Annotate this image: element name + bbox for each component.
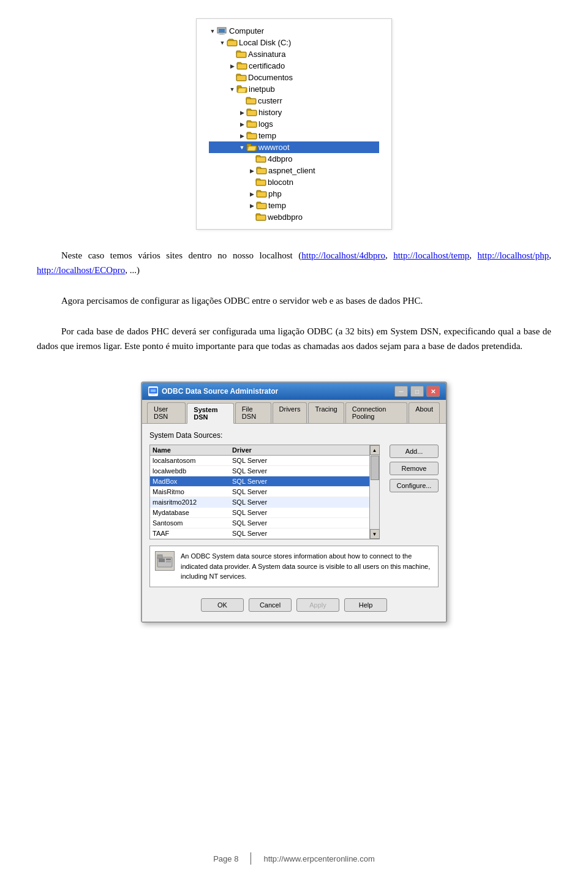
tree-label: custerr (258, 96, 282, 105)
scroll-down-button[interactable]: ▼ (370, 529, 380, 539)
folder-icon (255, 178, 265, 186)
tab-system-dsn[interactable]: System DSN (187, 403, 234, 424)
tree-item-assinatura[interactable]: Assinatura (209, 48, 379, 60)
tree-item-4dbpro[interactable]: 4dbpro (209, 153, 379, 165)
svg-rect-58 (166, 562, 171, 562)
table-row[interactable]: TAAF SQL Server (150, 528, 369, 539)
ok-button[interactable]: OK (201, 598, 244, 612)
paragraph1-comma1: , (385, 250, 393, 260)
tree-item-custerr[interactable]: custerr (209, 95, 379, 107)
page-container: ▼ Computer ▼ Local Disk (C:) (0, 0, 588, 883)
tree-label: temp (268, 201, 286, 210)
svg-rect-6 (228, 41, 236, 45)
tab-tracing[interactable]: Tracing (308, 402, 344, 423)
odbc-table-wrapper: Name Driver localsantosom SQL Server loc… (149, 445, 380, 539)
minimize-button[interactable]: ─ (394, 386, 408, 397)
row-driver: SQL Server (232, 467, 367, 475)
odbc-wrapper: ODBC Data Source Administrator ─ □ ✕ Use… (37, 381, 551, 623)
tree-label: logs (258, 119, 273, 129)
tree-item-temp2[interactable]: ▶ temp (209, 200, 379, 211)
scroll-track (370, 455, 379, 529)
tree-item-blocotn[interactable]: blocotn (209, 176, 379, 188)
table-row[interactable]: maisritmo2012 SQL Server (150, 497, 369, 508)
tree-item-certificado[interactable]: ▶ certificado (209, 60, 379, 72)
table-row[interactable]: MadBox SQL Server (150, 476, 369, 487)
odbc-titlebar: ODBC Data Source Administrator ─ □ ✕ (142, 383, 446, 400)
tree-item-wwwroot[interactable]: ▼ wwwroot (209, 141, 379, 153)
svg-rect-54 (151, 393, 155, 394)
tree-label: webdbpro (268, 212, 303, 222)
tree-item-documentos[interactable]: Documentos (209, 72, 379, 83)
expand-down-icon: ▼ (219, 39, 226, 47)
table-row[interactable]: localsantosom SQL Server (150, 456, 369, 466)
maximize-button[interactable]: □ (410, 386, 424, 397)
link-php[interactable]: http://localhost/php (478, 250, 549, 260)
expand-right-icon: ▶ (238, 132, 246, 140)
row-name: localwebdb (153, 467, 232, 475)
tree-label: blocotn (268, 178, 293, 187)
tree-item-php[interactable]: ▶ php (209, 188, 379, 200)
table-row[interactable]: localwebdb SQL Server (150, 466, 369, 476)
tab-file-dsn[interactable]: File DSN (235, 402, 271, 423)
folder-icon (236, 50, 246, 58)
help-button[interactable]: Help (344, 598, 387, 612)
row-name: MaisRitmo (153, 488, 232, 495)
expand-down-icon: ▼ (209, 28, 216, 35)
odbc-body: System Data Sources: Name Driver lo (142, 424, 446, 622)
cancel-button[interactable]: Cancel (249, 598, 292, 612)
tree-item-localdisk[interactable]: ▼ Local Disk (C:) (209, 37, 379, 48)
odbc-tabs: User DSN System DSN File DSN Drivers Tra… (142, 400, 446, 424)
table-row[interactable]: Santosom SQL Server (150, 518, 369, 528)
configure-button[interactable]: Configure... (390, 479, 439, 492)
row-driver: SQL Server (232, 457, 367, 464)
tree-item-webdbpro[interactable]: webdbpro (209, 211, 379, 223)
drive-icon (227, 39, 236, 47)
expand-right-icon: ▶ (248, 190, 255, 198)
expand-down-icon: ▼ (228, 86, 236, 93)
folder-icon (256, 190, 266, 198)
tree-item-history[interactable]: ▶ history (209, 107, 379, 118)
svg-rect-59 (157, 555, 162, 558)
remove-button[interactable]: Remove (390, 462, 439, 475)
folder-icon (256, 201, 266, 209)
folder-icon (246, 108, 256, 116)
tab-drivers[interactable]: Drivers (273, 402, 307, 423)
header-name: Name (153, 446, 232, 454)
link-ecopro[interactable]: http://localhost/ECOpro (37, 265, 125, 275)
page-footer: Page 8 http://www.erpcenteronline.com (0, 852, 588, 865)
tree-item-temp[interactable]: ▶ temp (209, 130, 379, 141)
add-button[interactable]: Add... (390, 445, 439, 458)
tab-connection-pooling[interactable]: Connection Pooling (345, 402, 408, 423)
tree-item-logs[interactable]: ▶ logs (209, 118, 379, 130)
tree-item-aspnet-client[interactable]: ▶ aspnet_client (209, 165, 379, 176)
close-button[interactable]: ✕ (426, 386, 440, 397)
odbc-scrollbar[interactable]: ▲ ▼ (369, 445, 379, 539)
svg-rect-45 (257, 192, 266, 197)
file-tree-wrapper: ▼ Computer ▼ Local Disk (C:) (37, 18, 551, 230)
table-row[interactable]: Mydatabase SQL Server (150, 508, 369, 518)
header-driver: Driver (232, 446, 367, 454)
scroll-thumb[interactable] (371, 456, 379, 480)
tree-item-computer[interactable]: ▼ Computer (209, 25, 379, 37)
tree-label: history (258, 108, 282, 117)
odbc-info-box: An ODBC System data source stores inform… (149, 546, 439, 587)
odbc-table-container: Name Driver localsantosom SQL Server loc… (149, 445, 380, 539)
expand-down-icon: ▼ (238, 144, 246, 151)
svg-rect-15 (237, 76, 246, 80)
row-name: Santosom (153, 519, 232, 527)
expand-right-icon: ▶ (238, 109, 246, 116)
table-row[interactable]: MaisRitmo SQL Server (150, 487, 369, 497)
odbc-main-row: Name Driver localsantosom SQL Server loc… (149, 445, 439, 539)
tree-item-inetpub[interactable]: ▼ inetpub (209, 83, 379, 95)
tab-user-dsn[interactable]: User DSN (147, 402, 186, 423)
svg-rect-32 (247, 144, 251, 146)
tab-about[interactable]: About (409, 402, 440, 423)
row-name: TAAF (153, 530, 232, 537)
scroll-up-button[interactable]: ▲ (370, 445, 380, 455)
link-temp[interactable]: http://localhost/temp (393, 250, 469, 260)
link-4dbpro[interactable]: http://localhost/4dbpro (301, 250, 385, 260)
apply-button[interactable]: Apply (296, 598, 339, 612)
folder-icon (236, 73, 246, 81)
row-driver: SQL Server (232, 478, 367, 485)
odbc-titlebar-controls: ─ □ ✕ (394, 386, 440, 397)
